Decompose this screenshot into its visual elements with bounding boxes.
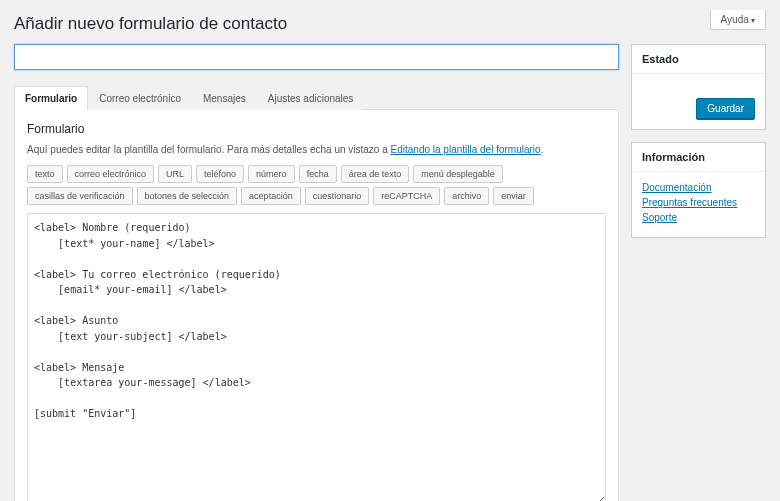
- tab-formulario[interactable]: Formulario: [14, 86, 88, 110]
- desc-text-pre: Aquí puedes editar la plantilla del form…: [27, 144, 391, 155]
- tag-correo-electronico[interactable]: correo electrónico: [67, 165, 155, 183]
- tag-numero[interactable]: número: [248, 165, 295, 183]
- tag-texto[interactable]: texto: [27, 165, 63, 183]
- info-box: Información Documentación Preguntas frec…: [631, 142, 766, 238]
- tag-enviar[interactable]: enviar: [493, 187, 534, 205]
- docs-link[interactable]: Documentación: [642, 182, 755, 193]
- tag-telefono[interactable]: teléfono: [196, 165, 244, 183]
- tag-area-de-texto[interactable]: área de texto: [341, 165, 410, 183]
- tag-url[interactable]: URL: [158, 165, 192, 183]
- page-title: Añadir nuevo formulario de contacto: [14, 10, 287, 34]
- tag-botones-seleccion[interactable]: botones de selección: [137, 187, 238, 205]
- template-docs-link[interactable]: Editando la plantilla del formulario: [391, 144, 541, 155]
- tag-archivo[interactable]: archivo: [444, 187, 489, 205]
- form-template-textarea[interactable]: [27, 213, 606, 501]
- tag-cuestionario[interactable]: cuestionario: [305, 187, 370, 205]
- tag-casillas[interactable]: casillas de verificación: [27, 187, 133, 205]
- tag-aceptacion[interactable]: aceptación: [241, 187, 301, 205]
- tag-fecha[interactable]: fecha: [299, 165, 337, 183]
- tag-menu-desplegable[interactable]: menú desplegable: [413, 165, 503, 183]
- save-button-side[interactable]: Guardar: [696, 98, 755, 119]
- form-title-input[interactable]: [14, 44, 619, 70]
- status-title: Estado: [632, 45, 765, 74]
- tab-bar: Formulario Correo electrónico Mensajes A…: [14, 86, 619, 110]
- tag-recaptcha[interactable]: reCAPTCHA: [373, 187, 440, 205]
- desc-text-post: .: [541, 144, 544, 155]
- tab-correo[interactable]: Correo electrónico: [88, 86, 192, 110]
- panel-description: Aquí puedes editar la plantilla del form…: [27, 144, 606, 155]
- status-box: Estado Guardar: [631, 44, 766, 130]
- support-link[interactable]: Soporte: [642, 212, 755, 223]
- faq-link[interactable]: Preguntas frecuentes: [642, 197, 755, 208]
- info-title: Información: [632, 143, 765, 172]
- help-button[interactable]: Ayuda: [710, 10, 766, 30]
- tab-ajustes[interactable]: Ajustes adicionales: [257, 86, 365, 110]
- tag-generator-row: texto correo electrónico URL teléfono nú…: [27, 165, 606, 205]
- panel-heading: Formulario: [27, 122, 606, 136]
- form-panel: Formulario Aquí puedes editar la plantil…: [14, 110, 619, 501]
- tab-mensajes[interactable]: Mensajes: [192, 86, 257, 110]
